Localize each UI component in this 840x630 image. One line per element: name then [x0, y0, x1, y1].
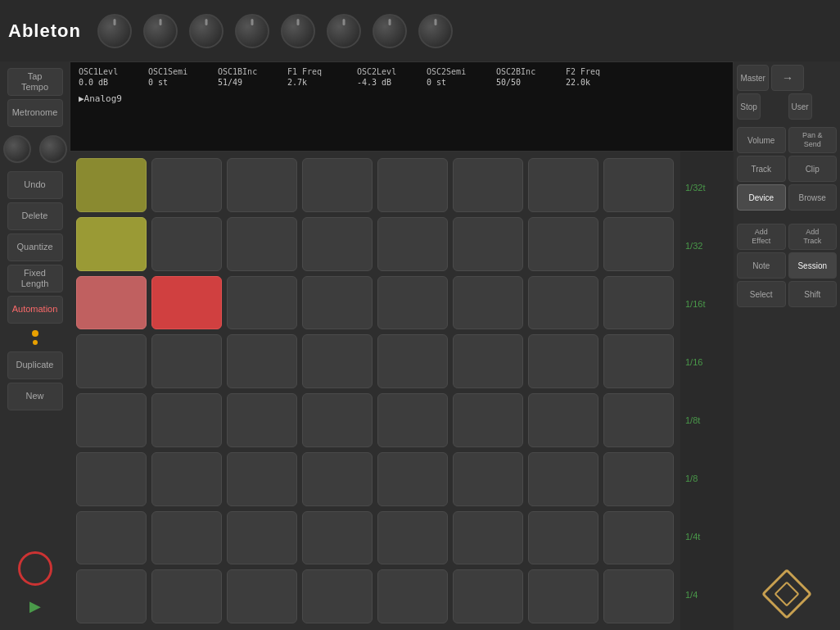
pad-r7-c7[interactable]: [603, 569, 674, 623]
pad-r4-c7[interactable]: [603, 393, 674, 447]
pad-r6-c4[interactable]: [377, 511, 448, 565]
pad-r0-c7[interactable]: [603, 158, 674, 212]
pad-r4-c5[interactable]: [453, 393, 523, 447]
stop-button[interactable]: Stop: [737, 93, 761, 120]
pad-r4-c1[interactable]: [151, 393, 222, 447]
pad-r4-c4[interactable]: [377, 393, 448, 447]
top-knob-5[interactable]: [281, 14, 315, 48]
sidebar-knob-1[interactable]: [3, 135, 31, 163]
pad-r2-c6[interactable]: [528, 276, 598, 330]
duplicate-button[interactable]: Duplicate: [7, 351, 63, 379]
top-knob-8[interactable]: [418, 14, 453, 48]
pad-r5-c2[interactable]: [227, 452, 297, 506]
pad-r7-c6[interactable]: [528, 569, 598, 623]
track-button[interactable]: Track: [737, 156, 786, 182]
pad-r6-c1[interactable]: [151, 511, 222, 565]
timing-1-32[interactable]: 1/32: [685, 216, 729, 274]
pad-r7-c5[interactable]: [453, 569, 523, 623]
pad-r0-c2[interactable]: [227, 158, 297, 212]
pad-r5-c0[interactable]: [76, 452, 147, 506]
timing-1-32t[interactable]: 1/32t: [685, 158, 729, 216]
timing-1-4t[interactable]: 1/4t: [685, 507, 729, 565]
user-button[interactable]: User: [788, 93, 812, 120]
pad-r7-c0[interactable]: [76, 569, 147, 623]
select-button[interactable]: Select: [737, 281, 786, 307]
timing-1-16[interactable]: 1/16: [685, 333, 729, 391]
pad-r5-c7[interactable]: [603, 452, 674, 506]
pad-r7-c1[interactable]: [151, 569, 222, 623]
record-button[interactable]: [18, 551, 52, 586]
pad-r5-c1[interactable]: [151, 452, 222, 506]
pad-r3-c6[interactable]: [528, 334, 598, 388]
pad-r1-c3[interactable]: [302, 217, 373, 271]
pad-r1-c1[interactable]: [151, 217, 222, 271]
pad-r5-c3[interactable]: [302, 452, 373, 506]
pad-r7-c4[interactable]: [377, 569, 448, 623]
pad-r5-c6[interactable]: [528, 452, 598, 506]
pad-r2-c5[interactable]: [453, 276, 523, 330]
device-button[interactable]: Device: [737, 184, 786, 211]
note-button[interactable]: Note: [737, 252, 786, 279]
new-button[interactable]: New: [7, 383, 63, 410]
pad-r2-c1[interactable]: [151, 276, 222, 330]
pad-r6-c3[interactable]: [302, 511, 373, 565]
browse-button[interactable]: Browse: [788, 184, 838, 211]
clip-button[interactable]: Clip: [788, 156, 838, 182]
diamond-icon[interactable]: [762, 569, 811, 619]
top-knob-3[interactable]: [189, 14, 224, 48]
add-track-button[interactable]: Add Track: [788, 224, 838, 250]
timing-1-8t[interactable]: 1/8t: [685, 391, 729, 449]
pad-r3-c2[interactable]: [227, 334, 297, 388]
metronome-button[interactable]: Metronome: [7, 99, 63, 127]
pad-r4-c6[interactable]: [528, 393, 598, 447]
pad-r3-c3[interactable]: [302, 334, 373, 388]
pad-r4-c2[interactable]: [227, 393, 297, 447]
pad-r1-c5[interactable]: [453, 217, 523, 271]
pad-r5-c5[interactable]: [453, 452, 523, 506]
top-knob-7[interactable]: [373, 14, 407, 48]
undo-button[interactable]: Undo: [7, 171, 63, 199]
pad-r3-c7[interactable]: [603, 334, 674, 388]
pad-r1-c7[interactable]: [603, 217, 674, 271]
pad-r3-c1[interactable]: [151, 334, 222, 388]
master-button[interactable]: Master: [737, 65, 769, 91]
session-button[interactable]: Session: [788, 252, 838, 279]
pad-r3-c4[interactable]: [377, 334, 448, 388]
top-knob-2[interactable]: [143, 14, 178, 48]
pad-r2-c4[interactable]: [377, 276, 448, 330]
arrow-button[interactable]: →: [771, 65, 803, 91]
fixed-length-button[interactable]: Fixed Length: [7, 265, 63, 292]
pad-r6-c2[interactable]: [227, 511, 297, 565]
pad-r6-c7[interactable]: [603, 511, 674, 565]
pad-r7-c2[interactable]: [227, 569, 297, 623]
sidebar-knob-2[interactable]: [39, 135, 67, 163]
automation-button[interactable]: Automation: [7, 296, 63, 324]
pan-send-button[interactable]: Pan & Send: [788, 127, 838, 153]
top-knob-1[interactable]: [97, 14, 132, 48]
pad-r1-c4[interactable]: [377, 217, 448, 271]
timing-1-4[interactable]: 1/4: [685, 565, 729, 623]
pad-r3-c5[interactable]: [453, 334, 523, 388]
quantize-button[interactable]: Quantize: [7, 233, 63, 261]
top-knob-6[interactable]: [327, 14, 361, 48]
pad-r1-c2[interactable]: [227, 217, 297, 271]
pad-r0-c6[interactable]: [528, 158, 598, 212]
pad-r7-c3[interactable]: [302, 569, 373, 623]
timing-1-8[interactable]: 1/8: [685, 449, 729, 507]
pad-r0-c5[interactable]: [453, 158, 523, 212]
timing-1-16t[interactable]: 1/16t: [685, 274, 729, 333]
pad-r1-c6[interactable]: [528, 217, 598, 271]
pad-r4-c3[interactable]: [302, 393, 373, 447]
pad-r2-c3[interactable]: [302, 276, 373, 330]
pad-r3-c0[interactable]: [76, 334, 147, 388]
pad-r6-c0[interactable]: [76, 511, 147, 565]
pad-r6-c5[interactable]: [453, 511, 523, 565]
pad-r0-c3[interactable]: [302, 158, 373, 212]
play-button[interactable]: ▶: [18, 589, 52, 623]
pad-r5-c4[interactable]: [377, 452, 448, 506]
tap-tempo-button[interactable]: Tap Tempo: [7, 68, 63, 96]
pad-r2-c7[interactable]: [603, 276, 674, 330]
pad-r2-c0[interactable]: [76, 276, 147, 330]
pad-r0-c1[interactable]: [151, 158, 222, 212]
volume-button[interactable]: Volume: [737, 127, 786, 153]
